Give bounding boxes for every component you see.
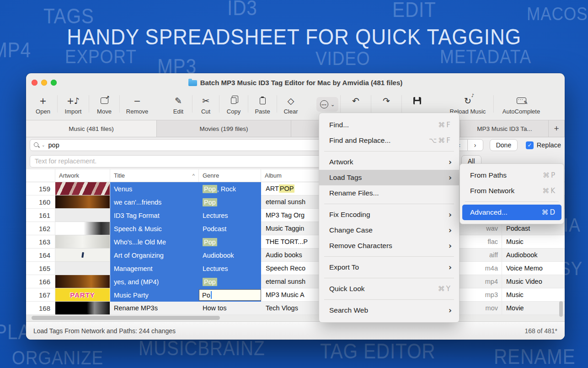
genre-cell[interactable]: Lectures bbox=[199, 262, 261, 275]
genre-cell[interactable]: Pop, Rock bbox=[199, 182, 261, 195]
artwork-thumbnail[interactable] bbox=[55, 302, 110, 315]
new-tab-button[interactable]: + bbox=[548, 120, 565, 137]
tab-movies-199-files-[interactable]: Movies (199 files) bbox=[157, 120, 291, 137]
menu-item-find-[interactable]: Find...⌘F bbox=[319, 117, 459, 133]
genre-cell[interactable]: Audiobook bbox=[199, 249, 261, 262]
minimize-window-button[interactable] bbox=[41, 80, 47, 86]
tab-mp3-music-id3-ta-[interactable]: MP3 Music ID3 Ta... bbox=[460, 120, 548, 137]
genre-cell[interactable]: Pop bbox=[199, 275, 261, 288]
artwork-thumbnail[interactable] bbox=[55, 235, 110, 249]
import-button[interactable]: +♪Import bbox=[58, 92, 89, 118]
zoom-window-button[interactable] bbox=[51, 80, 57, 86]
extension-cell[interactable]: mp4 bbox=[459, 275, 502, 288]
column-header-artwork[interactable]: Artwork bbox=[55, 169, 110, 182]
menu-item-remove-characters[interactable]: Remove Characters› bbox=[319, 238, 459, 254]
artwork-empty[interactable] bbox=[55, 209, 110, 222]
column-header-title[interactable]: Title ^ bbox=[110, 169, 199, 182]
move-button[interactable]: ↗Move bbox=[89, 92, 119, 118]
title-cell[interactable]: Music Party bbox=[110, 288, 199, 302]
submenu-item-from-paths[interactable]: From Paths⌘P bbox=[460, 168, 564, 183]
artwork-thumbnail[interactable] bbox=[55, 249, 110, 262]
chevron-down-icon[interactable]: ⌄ bbox=[42, 143, 45, 147]
horizontal-scrollbar-thumb[interactable] bbox=[32, 316, 220, 320]
menu-item-rename-files-[interactable]: Rename Files... bbox=[319, 185, 459, 201]
clear-button[interactable]: ◇Clear bbox=[277, 92, 305, 118]
menu-item-find-and-replace-[interactable]: Find and Replace...⌥⌘F bbox=[319, 133, 459, 148]
genre-cell[interactable]: Pop bbox=[199, 235, 261, 249]
close-window-button[interactable] bbox=[32, 80, 37, 86]
vertical-scrollbar-thumb[interactable] bbox=[559, 301, 563, 317]
row-number[interactable]: 163 bbox=[26, 235, 55, 249]
menu-item-label: Remove Characters bbox=[329, 242, 392, 250]
autocomplete-button[interactable]: AutoComplete bbox=[494, 92, 549, 118]
row-number[interactable]: 164 bbox=[26, 249, 55, 262]
title-cell[interactable]: Art of Organizing bbox=[110, 249, 199, 262]
extension-cell[interactable]: m4a bbox=[459, 262, 502, 275]
title-cell[interactable]: we can'...friends bbox=[110, 195, 199, 209]
title-cell[interactable]: Rename MP3s bbox=[110, 302, 199, 315]
artwork-empty[interactable] bbox=[55, 262, 110, 275]
media-kind-cell[interactable]: Audiobook bbox=[502, 249, 565, 262]
replace-checkbox[interactable]: ✓ bbox=[526, 141, 534, 149]
menu-item-change-case[interactable]: Change Case› bbox=[319, 222, 459, 238]
done-button[interactable]: Done bbox=[490, 139, 518, 151]
row-number[interactable]: 168 bbox=[26, 302, 55, 315]
title-cell[interactable]: Speech & Music bbox=[110, 222, 199, 235]
column-header-index[interactable] bbox=[26, 169, 55, 182]
tab-music-481-files-[interactable]: Music (481 files) bbox=[26, 120, 157, 137]
genre-cell[interactable]: Po bbox=[199, 288, 261, 302]
row-number[interactable]: 160 bbox=[26, 195, 55, 209]
extension-cell[interactable]: mp3 bbox=[459, 288, 502, 302]
title-cell[interactable]: Venus bbox=[110, 182, 199, 195]
genre-edit-field[interactable]: Po bbox=[199, 289, 261, 301]
scissors-icon: ✂ bbox=[202, 95, 209, 107]
extension-cell[interactable]: mov bbox=[459, 302, 502, 315]
extension-cell[interactable]: aiff bbox=[459, 249, 502, 262]
edit-button[interactable]: ✎Edit bbox=[165, 92, 192, 118]
submenu-item-from-network[interactable]: From Network⌘K bbox=[460, 183, 564, 199]
remove-button[interactable]: −Remove bbox=[120, 92, 155, 118]
next-match-button[interactable]: › bbox=[467, 139, 483, 151]
genre-cell[interactable]: How tos bbox=[199, 302, 261, 315]
menu-item-quick-look[interactable]: Quick Look⌘Y bbox=[319, 281, 459, 297]
paste-button[interactable]: Paste bbox=[248, 92, 277, 118]
artwork-thumbnail[interactable] bbox=[55, 182, 110, 195]
menu-item-fix-encoding[interactable]: Fix Encoding› bbox=[319, 207, 459, 222]
title-cell[interactable]: yes, and (MP4) bbox=[110, 275, 199, 288]
submenu-item-advanced-[interactable]: Advanced...⌘D bbox=[462, 205, 561, 220]
search-match-highlight: Pop bbox=[203, 238, 217, 246]
artwork-thumbnail[interactable] bbox=[55, 275, 110, 288]
genre-cell[interactable]: Pop bbox=[199, 195, 261, 209]
menu-item-export-to[interactable]: Export To› bbox=[319, 260, 459, 275]
row-number[interactable]: 159 bbox=[26, 182, 55, 195]
media-kind-cell[interactable]: Music bbox=[502, 235, 565, 249]
open-button[interactable]: +Open bbox=[29, 92, 57, 118]
media-kind-cell[interactable]: Movie bbox=[502, 302, 565, 315]
cut-button[interactable]: ✂Cut bbox=[192, 92, 219, 118]
media-kind-cell[interactable]: Music bbox=[502, 288, 565, 302]
title-cell[interactable]: ID3 Tag Format bbox=[110, 209, 199, 222]
row-number[interactable]: 165 bbox=[26, 262, 55, 275]
genre-cell[interactable]: Lectures bbox=[199, 209, 261, 222]
copy-button[interactable]: Copy bbox=[219, 92, 248, 118]
artwork-thumbnail[interactable]: PARTY bbox=[55, 288, 110, 302]
menu-item-load-tags[interactable]: Load Tags› bbox=[319, 170, 459, 185]
replace-checkbox-label[interactable]: Replace bbox=[537, 141, 561, 149]
menu-item-search-web[interactable]: Search Web› bbox=[319, 303, 459, 318]
menu-separator bbox=[324, 256, 454, 257]
row-number[interactable]: 166 bbox=[26, 275, 55, 288]
title-cell[interactable]: Management bbox=[110, 262, 199, 275]
artwork-thumbnail[interactable] bbox=[55, 222, 110, 235]
artwork-thumbnail[interactable] bbox=[55, 195, 110, 209]
column-header-genre[interactable]: Genre bbox=[199, 169, 261, 182]
row-number[interactable]: 167 bbox=[26, 288, 55, 302]
row-number[interactable]: 162 bbox=[26, 222, 55, 235]
media-kind-cell[interactable]: Music Video bbox=[502, 275, 565, 288]
media-kind-cell[interactable]: Voice Memo bbox=[502, 262, 565, 275]
genre-cell[interactable]: Podcast bbox=[199, 222, 261, 235]
title-cell[interactable]: Who's...le Old Me bbox=[110, 235, 199, 249]
row-number[interactable]: 161 bbox=[26, 209, 55, 222]
save-icon bbox=[413, 95, 421, 107]
menu-item-artwork[interactable]: Artwork› bbox=[319, 154, 459, 170]
extension-cell[interactable]: flac bbox=[459, 235, 502, 249]
